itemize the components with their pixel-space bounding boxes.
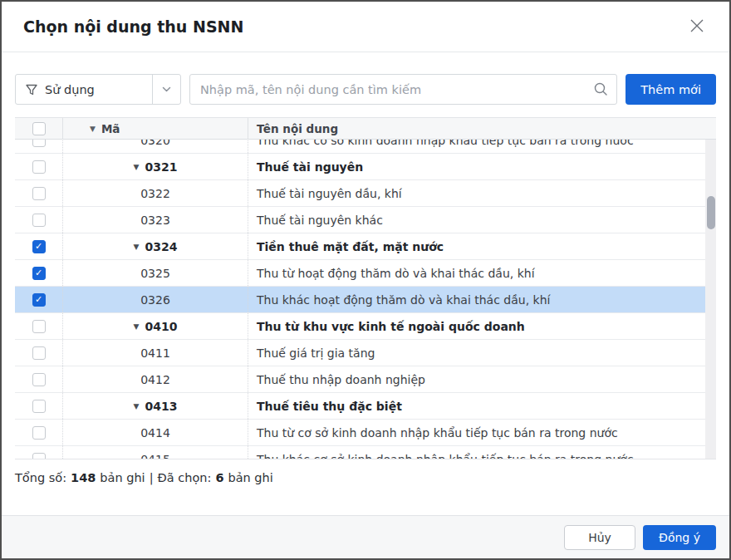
table-body-viewport: ✓ ▼ 0320 Thu khác cơ sở kinh doanh nhập … xyxy=(15,140,716,459)
row-code: 0326 xyxy=(140,293,170,307)
dialog-title: Chọn nội dung thu NSNN xyxy=(23,17,243,36)
cancel-button[interactable]: Hủy xyxy=(564,525,635,550)
confirm-button[interactable]: Đồng ý xyxy=(643,525,716,550)
search-field-wrapper xyxy=(189,74,617,105)
row-code: 0320 xyxy=(140,140,170,147)
row-code: 0413 xyxy=(145,400,177,413)
selected-label: Đã chọn: xyxy=(158,471,212,484)
row-checkbox[interactable]: ✓ xyxy=(32,453,46,460)
row-name: Tiền thuê mặt đất, mặt nước xyxy=(257,240,444,253)
collapse-triangle-icon[interactable]: ▼ xyxy=(134,163,140,171)
row-name: Thu từ hoạt động thăm dò và khai thác dầ… xyxy=(257,267,535,280)
table-header-row: ▼ Mã Tên nội dung xyxy=(15,117,716,140)
total-count: 148 xyxy=(71,471,96,484)
row-checkbox[interactable]: ✓ xyxy=(32,400,46,413)
row-code: 0321 xyxy=(145,160,177,174)
row-code: 0324 xyxy=(145,240,177,253)
row-name: Thu khác cơ sở kinh doanh nhập khẩu tiếp… xyxy=(257,140,634,147)
revenue-content-table: ▼ Mã Tên nội dung ✓ ▼ 0320 Thu khác cơ s… xyxy=(15,117,716,459)
row-name: Thuế tiêu thụ đặc biệt xyxy=(257,400,402,413)
collapse-triangle-icon[interactable]: ▼ xyxy=(134,402,140,410)
vertical-scrollbar[interactable] xyxy=(705,140,716,459)
row-name: Thuế thu nhập doanh nghiệp xyxy=(257,373,425,386)
row-checkbox[interactable]: ✓ xyxy=(32,293,46,307)
search-icon xyxy=(593,81,608,100)
row-code: 0414 xyxy=(140,426,170,440)
table-row[interactable]: ✓ ▼ 0323 Thuế tài nguyên khác xyxy=(15,207,716,233)
table-row[interactable]: ✓ ▼ 0320 Thu khác cơ sở kinh doanh nhập … xyxy=(15,140,716,154)
row-code: 0325 xyxy=(140,267,170,280)
dialog-footer: Hủy Đồng ý xyxy=(2,515,729,558)
record-summary: Tổng số: 148 bản ghi | Đã chọn: 6 bản gh… xyxy=(15,471,716,484)
row-name: Thu khác hoạt động thăm dò và khai thác … xyxy=(257,293,550,307)
table-row[interactable]: ✓ ▼ 0411 Thuế giá trị gia tăng xyxy=(15,340,716,366)
scrollbar-thumb[interactable] xyxy=(707,196,715,229)
row-name: Thu khác cơ sở kinh doanh nhập khẩu tiếp… xyxy=(257,453,634,460)
add-new-button[interactable]: Thêm mới xyxy=(626,74,716,105)
row-name: Thuế tài nguyên dầu, khí xyxy=(257,187,402,200)
table-row[interactable]: ✓ ▼ 0415 Thu khác cơ sở kinh doanh nhập … xyxy=(15,446,716,459)
table-body: ✓ ▼ 0320 Thu khác cơ sở kinh doanh nhập … xyxy=(15,140,716,459)
row-checkbox[interactable]: ✓ xyxy=(32,187,46,200)
table-row[interactable]: ✓ ▼ 0326 Thu khác hoạt động thăm dò và k… xyxy=(15,287,716,313)
select-revenue-content-dialog: Chọn nội dung thu NSNN Sử dụng Thêm mới xyxy=(0,0,731,560)
collapse-triangle-icon[interactable]: ▼ xyxy=(134,243,140,251)
table-row[interactable]: ✓ ▼ 0321 Thuế tài nguyên xyxy=(15,154,716,180)
selected-unit: bản ghi xyxy=(228,471,272,484)
row-code: 0411 xyxy=(140,346,170,360)
dialog-header: Chọn nội dung thu NSNN xyxy=(2,2,729,52)
row-checkbox[interactable]: ✓ xyxy=(32,346,46,360)
table-row[interactable]: ✓ ▼ 0414 Thu từ cơ sở kinh doanh nhập kh… xyxy=(15,420,716,446)
row-code: 0323 xyxy=(140,214,170,227)
row-checkbox[interactable]: ✓ xyxy=(32,160,46,174)
row-checkbox[interactable]: ✓ xyxy=(32,373,46,386)
row-code: 0415 xyxy=(140,453,170,460)
usage-filter-dropdown[interactable]: Sử dụng xyxy=(15,74,181,105)
selected-count: 6 xyxy=(215,471,223,484)
summary-separator: | xyxy=(150,471,154,484)
search-input[interactable] xyxy=(189,74,617,105)
row-code: 0322 xyxy=(140,187,170,200)
row-code: 0410 xyxy=(145,320,177,333)
total-unit: bản ghi xyxy=(100,471,145,484)
row-checkbox[interactable]: ✓ xyxy=(32,214,46,227)
row-checkbox[interactable]: ✓ xyxy=(32,320,46,333)
table-row[interactable]: ✓ ▼ 0412 Thuế thu nhập doanh nghiệp xyxy=(15,366,716,393)
table-row[interactable]: ✓ ▼ 0325 Thu từ hoạt động thăm dò và kha… xyxy=(15,260,716,287)
row-code: 0412 xyxy=(140,373,170,386)
row-name: Thuế tài nguyên xyxy=(257,160,363,174)
column-header-code[interactable]: ▼ Mã xyxy=(62,118,248,139)
row-name: Thu từ khu vực kinh tế ngoài quốc doanh xyxy=(257,320,525,333)
column-header-name[interactable]: Tên nội dung xyxy=(248,118,716,139)
row-name: Thuế giá trị gia tăng xyxy=(257,346,375,360)
close-button[interactable] xyxy=(686,16,708,37)
total-label: Tổng số: xyxy=(15,471,66,484)
toolbar: Sử dụng Thêm mới xyxy=(15,74,716,105)
chevron-down-icon xyxy=(152,75,180,104)
row-checkbox[interactable]: ✓ xyxy=(32,140,46,147)
row-checkbox[interactable]: ✓ xyxy=(32,267,46,280)
row-checkbox[interactable]: ✓ xyxy=(32,426,46,440)
table-row[interactable]: ✓ ▼ 0413 Thuế tiêu thụ đặc biệt xyxy=(15,393,716,420)
row-name: Thu từ cơ sở kinh doanh nhập khẩu tiếp t… xyxy=(257,426,618,440)
select-all-checkbox[interactable] xyxy=(32,122,46,135)
table-row[interactable]: ✓ ▼ 0324 Tiền thuê mặt đất, mặt nước xyxy=(15,233,716,260)
collapse-triangle-icon[interactable]: ▼ xyxy=(134,322,140,331)
table-row[interactable]: ✓ ▼ 0322 Thuế tài nguyên dầu, khí xyxy=(15,180,716,207)
usage-filter-value: Sử dụng xyxy=(45,83,152,96)
row-checkbox[interactable]: ✓ xyxy=(32,240,46,253)
close-icon xyxy=(688,17,706,37)
sort-desc-icon: ▼ xyxy=(90,125,96,133)
funnel-icon xyxy=(25,83,38,96)
row-name: Thuế tài nguyên khác xyxy=(257,214,383,227)
table-row[interactable]: ✓ ▼ 0410 Thu từ khu vực kinh tế ngoài qu… xyxy=(15,313,716,340)
